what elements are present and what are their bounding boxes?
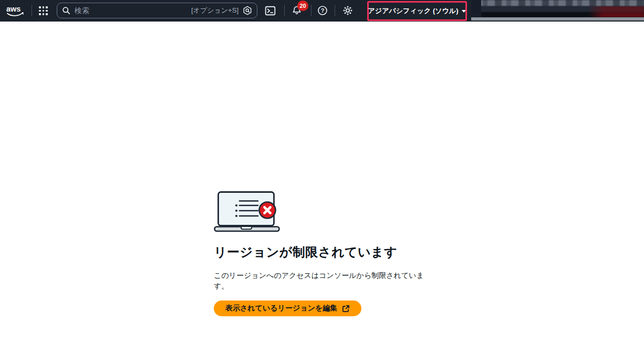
divider <box>335 5 335 16</box>
blurred-row-dark <box>471 6 644 12</box>
svg-text:?: ? <box>321 7 325 14</box>
aws-logo-icon: aws <box>5 4 25 17</box>
blurred-row-toolbar <box>471 0 644 6</box>
top-navigation-bar: aws [オプション+S] <box>0 0 644 22</box>
divider <box>311 5 311 16</box>
settings-gear-icon[interactable] <box>341 4 354 17</box>
region-selector-label: アジアパシフィック (ソウル) <box>368 6 459 16</box>
chevron-down-icon <box>462 10 466 13</box>
laptop-base-notch <box>241 227 252 229</box>
help-icon[interactable]: ? <box>316 4 329 17</box>
edit-visible-regions-button[interactable]: 表示されているリージョンを編集 <box>214 301 361 316</box>
laptop-blocked-list-illustration <box>214 191 280 232</box>
blurred-corner-block <box>471 0 481 17</box>
cloudshell-terminal-icon[interactable] <box>264 4 276 17</box>
restriction-description: このリージョンへのアクセスはコンソールから制限されています。 <box>214 270 430 291</box>
aws-logo[interactable]: aws <box>5 4 25 17</box>
page: aws [オプション+S] <box>0 0 644 352</box>
search-input[interactable] <box>75 6 187 15</box>
region-selector-button[interactable]: アジアパシフィック (ソウル) <box>367 1 467 21</box>
region-restricted-panel: リージョンが制限されています このリージョンへのアクセスはコンソールから制限され… <box>214 22 430 316</box>
notifications-count-badge: 20 <box>297 1 308 11</box>
blurred-row-red <box>471 12 644 17</box>
aws-logo-text: aws <box>6 5 20 13</box>
search-box[interactable]: [オプション+S] <box>57 3 257 18</box>
external-link-icon <box>342 305 350 313</box>
blurred-window-fragment <box>471 0 644 21</box>
apps-grid-icon[interactable] <box>39 6 48 15</box>
divider <box>284 5 285 16</box>
blurred-row-gray-strip <box>471 17 644 20</box>
search-shortcut-hint: [オプション+S] <box>191 6 238 15</box>
page-title: リージョンが制限されています <box>214 244 430 260</box>
search-icon <box>62 6 70 15</box>
edit-visible-regions-label: 表示されているリージョンを編集 <box>225 304 337 313</box>
divider <box>32 5 32 16</box>
assistant-hexagon-icon[interactable] <box>243 6 252 15</box>
